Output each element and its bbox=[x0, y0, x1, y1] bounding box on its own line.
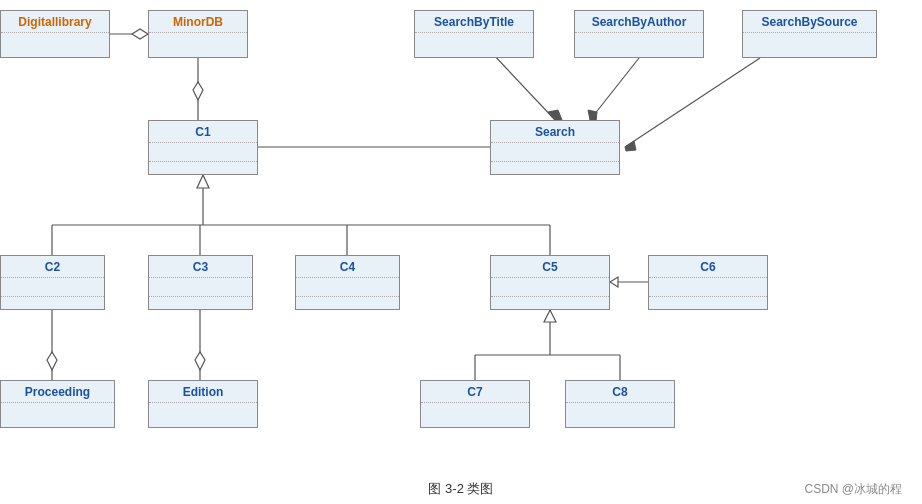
box-edition-body bbox=[149, 403, 257, 421]
box-searchbysource-title: SearchBySource bbox=[743, 11, 876, 33]
box-minordb-title: MinorDB bbox=[149, 11, 247, 33]
box-c8-body bbox=[566, 403, 674, 421]
svg-line-10 bbox=[625, 58, 760, 147]
box-c8: C8 bbox=[565, 380, 675, 428]
box-c2-title: C2 bbox=[1, 256, 104, 278]
footer-watermark: CSDN @冰城的程 bbox=[804, 481, 902, 498]
box-c2: C2 bbox=[0, 255, 105, 310]
box-c1-title: C1 bbox=[149, 121, 257, 143]
svg-marker-20 bbox=[610, 277, 618, 287]
box-searchbytitle-title: SearchByTitle bbox=[415, 11, 533, 33]
box-c4-body bbox=[296, 278, 399, 296]
box-c4-title: C4 bbox=[296, 256, 399, 278]
box-searchbyauthor: SearchByAuthor bbox=[574, 10, 704, 58]
box-c6-body bbox=[649, 278, 767, 296]
box-c5-title: C5 bbox=[491, 256, 609, 278]
box-c5-body bbox=[491, 278, 609, 296]
box-searchbysource: SearchBySource bbox=[742, 10, 877, 58]
box-c8-title: C8 bbox=[566, 381, 674, 403]
box-c1-body bbox=[149, 143, 257, 161]
diagram-container: Digitallibrary MinorDB C1 Search SearchB… bbox=[0, 0, 922, 480]
box-search-title: Search bbox=[491, 121, 619, 143]
svg-marker-1 bbox=[132, 29, 148, 39]
box-search-body bbox=[491, 143, 619, 161]
box-digitallibrary-title: Digitallibrary bbox=[1, 11, 109, 33]
box-digitallibrary-body bbox=[1, 33, 109, 51]
box-c7-body bbox=[421, 403, 529, 421]
box-c3-title: C3 bbox=[149, 256, 252, 278]
box-searchbyauthor-body bbox=[575, 33, 703, 51]
box-edition: Edition bbox=[148, 380, 258, 428]
box-c6: C6 bbox=[648, 255, 768, 310]
svg-line-8 bbox=[590, 58, 639, 120]
box-search: Search bbox=[490, 120, 620, 175]
box-searchbytitle-body bbox=[415, 33, 533, 51]
box-c4-body2 bbox=[296, 296, 399, 310]
box-c3-body bbox=[149, 278, 252, 296]
box-c4: C4 bbox=[295, 255, 400, 310]
box-search-body2 bbox=[491, 161, 619, 175]
box-c6-title: C6 bbox=[649, 256, 767, 278]
box-c7-title: C7 bbox=[421, 381, 529, 403]
box-c2-body bbox=[1, 278, 104, 296]
box-digitallibrary: Digitallibrary bbox=[0, 10, 110, 58]
box-searchbysource-body bbox=[743, 33, 876, 51]
box-searchbytitle: SearchByTitle bbox=[414, 10, 534, 58]
box-c5: C5 bbox=[490, 255, 610, 310]
svg-marker-25 bbox=[195, 352, 205, 370]
box-minordb-body bbox=[149, 33, 247, 51]
box-c6-body2 bbox=[649, 296, 767, 310]
svg-marker-31 bbox=[544, 310, 556, 322]
box-c2-body2 bbox=[1, 296, 104, 310]
diagram-caption: 图 3-2 类图 bbox=[428, 481, 493, 496]
box-c3: C3 bbox=[148, 255, 253, 310]
box-proceeding-body bbox=[1, 403, 114, 421]
box-proceeding-title: Proceeding bbox=[1, 381, 114, 403]
box-c7: C7 bbox=[420, 380, 530, 428]
box-c3-body2 bbox=[149, 296, 252, 310]
box-c5-body2 bbox=[491, 296, 609, 310]
box-searchbyauthor-title: SearchByAuthor bbox=[575, 11, 703, 33]
svg-marker-18 bbox=[197, 175, 209, 188]
svg-marker-11 bbox=[625, 141, 636, 151]
svg-marker-22 bbox=[47, 352, 57, 370]
box-edition-title: Edition bbox=[149, 381, 257, 403]
box-minordb: MinorDB bbox=[148, 10, 248, 58]
box-c1: C1 bbox=[148, 120, 258, 175]
svg-marker-3 bbox=[193, 82, 203, 100]
box-c1-body2 bbox=[149, 161, 257, 175]
svg-marker-7 bbox=[548, 110, 562, 120]
footer-center: 图 3-2 类图 bbox=[0, 480, 922, 498]
box-proceeding: Proceeding bbox=[0, 380, 115, 428]
